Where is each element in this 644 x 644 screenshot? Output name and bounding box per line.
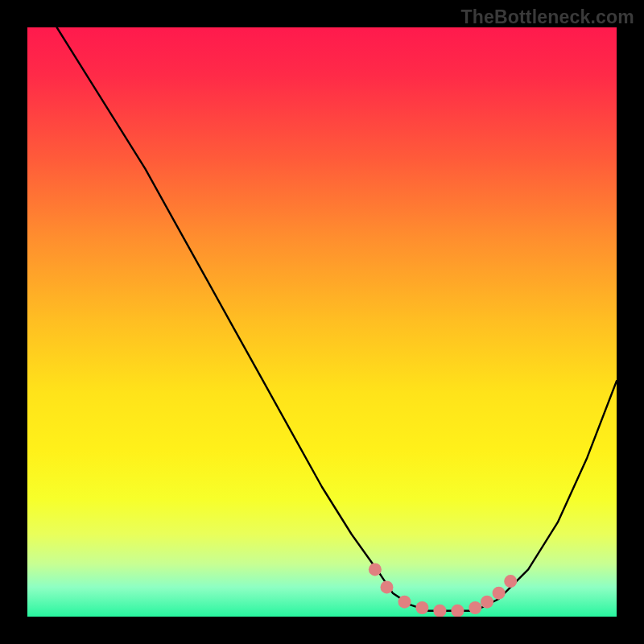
optimal-marker xyxy=(469,601,481,614)
optimal-marker xyxy=(504,575,517,588)
optimal-marker xyxy=(451,605,464,617)
optimal-marker xyxy=(481,596,493,609)
optimal-marker xyxy=(381,580,394,593)
optimal-marker xyxy=(415,601,428,614)
plot-area xyxy=(27,27,617,617)
watermark-text: TheBottleneck.com xyxy=(460,6,634,28)
curve-layer xyxy=(27,27,617,617)
optimal-marker xyxy=(398,596,411,609)
chart-frame: TheBottleneck.com xyxy=(0,0,644,644)
optimal-marker xyxy=(433,605,446,617)
bottleneck-curve xyxy=(57,27,617,611)
optimal-marker xyxy=(493,587,506,600)
optimal-marker xyxy=(369,563,382,576)
